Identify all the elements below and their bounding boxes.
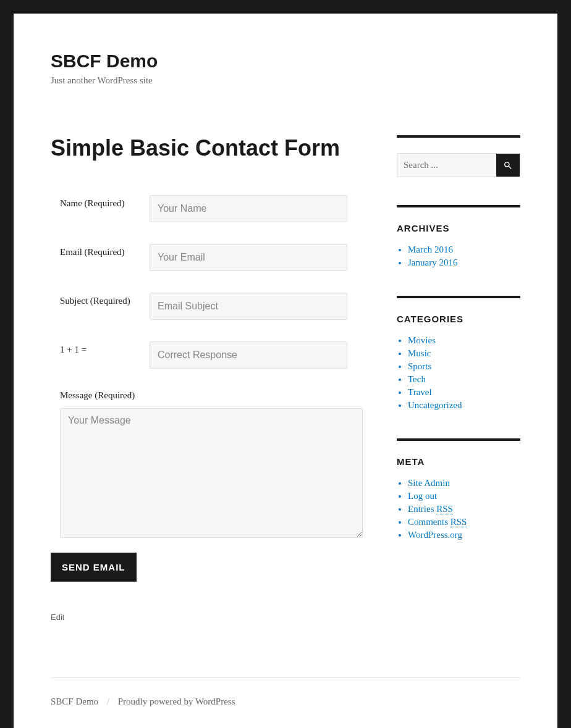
- captcha-label: 1 + 1 =: [51, 341, 150, 355]
- site-title[interactable]: SBCF Demo: [51, 51, 520, 72]
- category-link[interactable]: Uncategorized: [408, 400, 520, 411]
- widget-divider: [397, 296, 520, 298]
- site-tagline: Just another WordPress site: [51, 75, 520, 86]
- submit-button[interactable]: Send Email: [51, 553, 137, 582]
- search-button[interactable]: [496, 154, 520, 177]
- widget-divider: [397, 135, 520, 138]
- meta-link[interactable]: Site Admin: [408, 478, 520, 488]
- subject-label: Subject (Required): [51, 293, 150, 306]
- footer-site-link[interactable]: SBCF Demo: [51, 697, 98, 706]
- category-link[interactable]: Music: [408, 348, 520, 359]
- search-input[interactable]: [397, 154, 496, 177]
- archive-link[interactable]: January 2016: [408, 257, 520, 268]
- name-label: Name (Required): [51, 195, 150, 209]
- meta-link[interactable]: Entries RSS: [408, 504, 520, 514]
- categories-widget: CATEGORIES Movies Music Sports Tech Trav…: [397, 296, 520, 411]
- name-input[interactable]: [150, 195, 347, 222]
- subject-input[interactable]: [150, 293, 347, 320]
- meta-link[interactable]: Log out: [408, 491, 520, 501]
- meta-title: META: [397, 456, 520, 467]
- message-input[interactable]: [60, 408, 363, 538]
- meta-link[interactable]: Comments RSS: [408, 517, 520, 527]
- footer-separator: /: [107, 697, 109, 706]
- widget-divider: [397, 205, 520, 207]
- archives-widget: ARCHIVES March 2016 January 2016: [397, 205, 520, 268]
- footer-credit[interactable]: Proudly powered by WordPress: [118, 697, 235, 706]
- meta-widget: META Site Admin Log out Entries RSS Comm…: [397, 438, 520, 540]
- category-link[interactable]: Movies: [408, 335, 520, 346]
- archives-title: ARCHIVES: [397, 223, 520, 233]
- search-icon: [503, 161, 513, 170]
- email-input[interactable]: [150, 244, 347, 271]
- page-title: Simple Basic Contact Form: [51, 135, 353, 161]
- sidebar: ARCHIVES March 2016 January 2016 CATEGOR…: [397, 135, 520, 568]
- archive-link[interactable]: March 2016: [408, 245, 520, 255]
- message-label: Message (Required): [51, 390, 353, 401]
- category-link[interactable]: Tech: [408, 374, 520, 385]
- edit-link[interactable]: Edit: [51, 613, 353, 622]
- main-content: Simple Basic Contact Form Name (Required…: [51, 135, 353, 622]
- categories-title: CATEGORIES: [397, 314, 520, 324]
- category-link[interactable]: Travel: [408, 387, 520, 398]
- footer: SBCF Demo / Proudly powered by WordPress: [51, 677, 520, 728]
- captcha-input[interactable]: [150, 341, 347, 369]
- meta-link[interactable]: WordPress.org: [408, 530, 520, 540]
- widget-divider: [397, 438, 520, 441]
- category-link[interactable]: Sports: [408, 361, 520, 372]
- email-label: Email (Required): [51, 244, 150, 257]
